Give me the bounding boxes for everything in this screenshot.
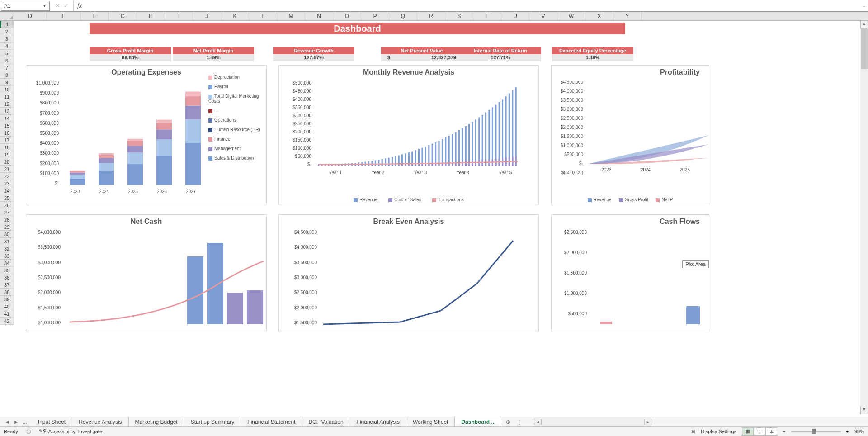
column-header[interactable]: G [109, 12, 137, 20]
column-header[interactable]: Q [389, 12, 417, 20]
zoom-slider[interactable] [791, 431, 841, 432]
column-header[interactable]: I [165, 12, 193, 20]
column-header[interactable]: K [221, 12, 249, 20]
row-header[interactable]: 12 [0, 100, 14, 108]
chart-operating-expenses[interactable]: Operating Expenses $1,000,000$900,000$80… [26, 65, 267, 205]
row-header[interactable]: 19 [0, 151, 14, 158]
column-header[interactable]: J [193, 12, 221, 20]
row-header[interactable]: 37 [0, 281, 14, 289]
row-header[interactable]: 9 [0, 79, 14, 86]
row-header[interactable]: 29 [0, 223, 14, 231]
view-page-layout-icon[interactable]: ▯ [754, 427, 765, 436]
row-header[interactable]: 11 [0, 93, 14, 100]
column-header[interactable]: H [137, 12, 165, 20]
row-header[interactable]: 31 [0, 238, 14, 245]
accessibility-icon[interactable]: ✎⚲ [39, 428, 47, 434]
tab-prev-icon[interactable]: ► [14, 419, 19, 425]
row-header[interactable]: 30 [0, 231, 14, 238]
column-header[interactable]: W [557, 12, 585, 20]
row-header[interactable]: 3 [0, 35, 14, 43]
row-header[interactable]: 27 [0, 209, 14, 216]
sheet-tab[interactable]: Working Sheet [406, 417, 455, 427]
sheet-tab[interactable]: DCF Valuation [302, 417, 350, 427]
scroll-right-icon[interactable]: ► [644, 419, 651, 425]
row-header[interactable]: 26 [0, 202, 14, 209]
row-header[interactable]: 41 [0, 310, 14, 318]
sheet-tab[interactable]: Input Sheet [32, 417, 72, 427]
column-header[interactable]: O [333, 12, 361, 20]
row-header[interactable]: 18 [0, 144, 14, 151]
row-header[interactable]: 17 [0, 137, 14, 144]
sheet-tab[interactable]: Financial Analysis [350, 417, 406, 427]
column-header[interactable]: T [473, 12, 501, 20]
sheet-tab[interactable]: Start up Summary [184, 417, 241, 427]
accessibility-status[interactable]: Accessibility: Investigate [48, 429, 102, 434]
column-header[interactable]: L [249, 12, 277, 20]
row-header[interactable]: 5 [0, 50, 14, 57]
column-header[interactable]: P [361, 12, 389, 20]
chart-break-even[interactable]: Break Even Analysis $4,500,000$4,000,000… [278, 214, 539, 332]
row-header[interactable]: 20 [0, 158, 14, 166]
column-header[interactable]: N [305, 12, 333, 20]
row-header[interactable]: 39 [0, 296, 14, 303]
chevron-down-icon[interactable]: ▼ [42, 4, 47, 8]
column-header[interactable]: S [445, 12, 473, 20]
row-header[interactable]: 1 [0, 21, 14, 28]
zoom-level[interactable]: 90% [854, 429, 864, 434]
row-header[interactable]: 34 [0, 260, 14, 267]
tab-more-icon[interactable]: ... [23, 419, 27, 425]
row-header[interactable]: 38 [0, 289, 14, 296]
row-header[interactable]: 23 [0, 180, 14, 187]
row-header[interactable]: 16 [0, 129, 14, 137]
row-header[interactable]: 35 [0, 267, 14, 274]
row-header[interactable]: 36 [0, 274, 14, 281]
display-settings-label[interactable]: Display Settings [701, 429, 736, 434]
row-header[interactable]: 42 [0, 318, 14, 325]
scroll-thumb[interactable] [861, 28, 868, 69]
sheet-tab[interactable]: Marketing Budget [129, 417, 184, 427]
view-page-break-icon[interactable]: ⊞ [765, 427, 777, 436]
row-header[interactable]: 6 [0, 57, 14, 64]
view-normal-icon[interactable]: ▦ [742, 427, 754, 436]
column-header[interactable]: R [417, 12, 445, 20]
name-box[interactable]: A1 ▼ [1, 1, 50, 11]
tab-first-icon[interactable]: ◄ [5, 419, 10, 425]
add-sheet-icon[interactable]: ⊕ [502, 419, 514, 425]
row-header[interactable]: 13 [0, 108, 14, 115]
scroll-left-icon[interactable]: ◄ [534, 419, 541, 425]
column-header[interactable]: X [585, 12, 613, 20]
row-header[interactable]: 25 [0, 194, 14, 202]
row-header[interactable]: 21 [0, 166, 14, 173]
chart-cash-flows[interactable]: Cash Flows $2,500,000$2,000,000$1,500,00… [551, 214, 709, 332]
formula-input[interactable] [85, 1, 860, 11]
scroll-up-icon[interactable]: ▲ [860, 21, 868, 28]
chart-profitability[interactable]: Profitability $4,500,000$4,000,000$3,500… [551, 65, 709, 205]
fx-icon[interactable]: fx [74, 2, 85, 9]
select-all-corner[interactable] [0, 12, 14, 20]
horizontal-scrollbar[interactable]: ◄ ► [534, 419, 651, 425]
column-header[interactable]: E [47, 12, 81, 20]
column-header[interactable]: D [14, 12, 47, 20]
sheet-tab[interactable]: Financial Statement [241, 417, 302, 427]
row-header[interactable]: 10 [0, 86, 14, 93]
scroll-down-icon[interactable]: ▼ [860, 407, 868, 414]
sheet-tab[interactable]: Dashboard ... [455, 417, 502, 427]
zoom-in-icon[interactable]: + [846, 429, 849, 434]
spreadsheet-grid[interactable]: 1234567891011121314151617181920212223242… [0, 21, 860, 423]
row-header[interactable]: 8 [0, 71, 14, 79]
macro-record-icon[interactable]: ▢ [26, 428, 31, 434]
column-header[interactable]: V [529, 12, 557, 20]
vertical-scrollbar[interactable]: ▲ ▼ [860, 21, 868, 414]
chart-net-cash[interactable]: Net Cash $4,000,000$3,500,000$3,000,000$… [26, 214, 267, 332]
row-header[interactable]: 32 [0, 245, 14, 252]
sheet-tab[interactable]: Revenue Analysis [72, 417, 128, 427]
row-header[interactable]: 28 [0, 216, 14, 223]
sheet-canvas[interactable]: Dashboard Gross Profit Margin89.80%Net P… [14, 21, 860, 423]
row-header[interactable]: 15 [0, 122, 14, 129]
row-header[interactable]: 33 [0, 252, 14, 260]
zoom-out-icon[interactable]: − [783, 429, 785, 434]
display-settings-icon[interactable]: 🖥 [690, 429, 695, 434]
row-header[interactable]: 40 [0, 303, 14, 310]
row-header[interactable]: 4 [0, 43, 14, 50]
row-header[interactable]: 14 [0, 115, 14, 122]
